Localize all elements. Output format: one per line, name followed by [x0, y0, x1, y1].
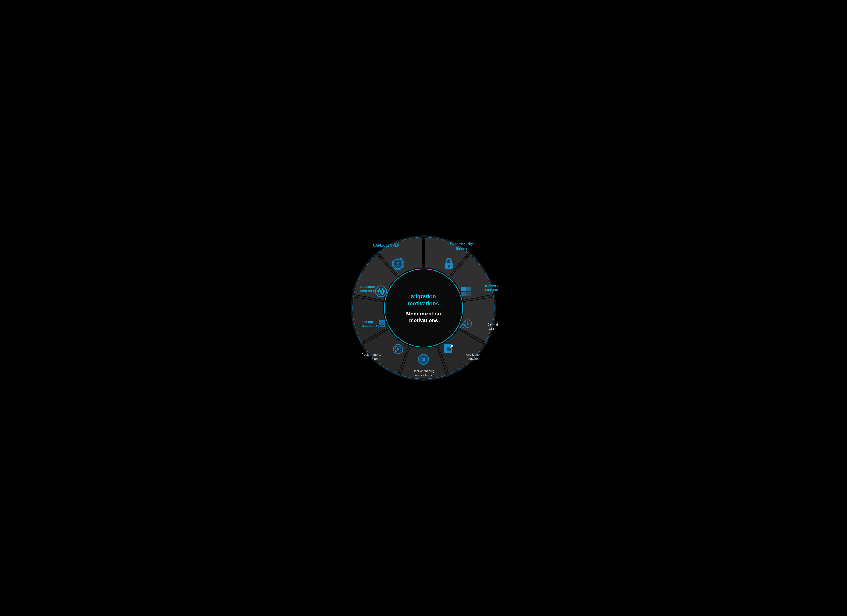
label-application-2: innovation: [466, 357, 480, 361]
svg-text:$: $: [397, 261, 399, 267]
svg-text:↗: ↗: [450, 344, 453, 349]
label-datacenter: Datacenter: [359, 285, 376, 288]
label-budget: Budget and: [485, 284, 498, 287]
migration-motivations-subtitle: motivations: [408, 300, 439, 307]
label-faster-time-2: market: [371, 357, 381, 361]
svg-text:$: $: [422, 357, 425, 362]
svg-rect-14: [461, 292, 466, 296]
diagram-container: Migration motivations Modernization moti…: [349, 233, 498, 383]
label-centralizing-2: data: [488, 327, 494, 330]
label-datacenter-2: contract expiry: [359, 289, 382, 293]
svg-rect-15: [466, 292, 471, 296]
label-cost-optimizing-2: applications: [415, 373, 432, 377]
svg-text:$: $: [467, 322, 469, 326]
label-faster-time: Faster time to: [362, 352, 381, 356]
svg-rect-12: [461, 287, 466, 291]
label-capex-opex: CAPEX to OPEX: [373, 243, 399, 247]
application-icon: ↗: [444, 344, 453, 352]
svg-point-27: [397, 348, 399, 351]
label-cybersecurity-2: threats: [456, 246, 467, 250]
modernization-motivations-subtitle: motivations: [409, 317, 438, 323]
label-cost-optimizing: Cost-optimizing: [412, 369, 434, 373]
label-budget-2: resource constraints: [485, 288, 498, 292]
cost-optimizing-icon: $: [418, 354, 429, 364]
label-cybersecurity: Cybersecurity: [450, 242, 473, 246]
svg-rect-13: [466, 287, 471, 291]
label-hybrid-work-2: hybrid work: [359, 324, 378, 328]
label-hybrid-work: Enabling: [359, 320, 373, 324]
modernization-motivations-title: Modernization: [406, 311, 441, 317]
migration-motivations-title: Migration: [411, 293, 436, 300]
svg-rect-11: [449, 266, 449, 268]
svg-text:⚙: ⚙: [463, 326, 465, 329]
label-application: Application: [466, 352, 481, 356]
label-centralizing: Centralizing: [488, 323, 498, 326]
